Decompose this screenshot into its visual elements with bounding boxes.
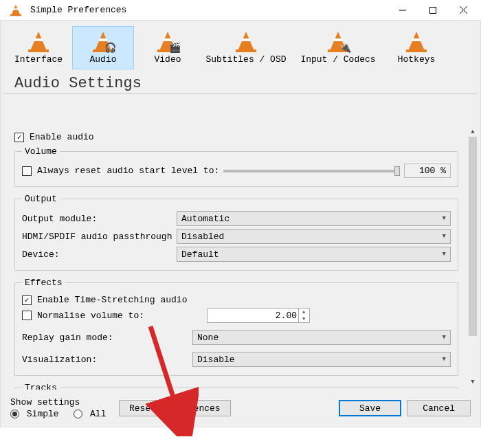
output-module-select[interactable]: Automatic ▼ — [177, 211, 451, 226]
scroll-down-icon[interactable]: ▼ — [468, 377, 478, 387]
volume-legend: Volume — [22, 146, 60, 157]
category-hotkeys[interactable]: Hotkeys — [385, 26, 447, 69]
show-settings-group: Show settings Simple All — [10, 397, 113, 419]
clapper-icon: 🎬 — [169, 42, 181, 54]
spinner-up-icon[interactable]: ▲ — [298, 309, 309, 315]
cancel-button[interactable]: Cancel — [407, 400, 471, 416]
passthrough-select[interactable]: Disabled ▼ — [177, 229, 451, 244]
normalise-value-spinner[interactable]: 2.00 ▲▼ — [207, 308, 310, 323]
category-label: Subtitles / OSD — [203, 54, 289, 65]
normalise-label: Normalise volume to: — [37, 311, 186, 321]
category-interface[interactable]: Interface — [8, 26, 69, 69]
passthrough-value: Disabled — [181, 232, 224, 242]
settings-scroll-area: ✓ Enable audio Volume Always reset audio… — [3, 124, 467, 390]
start-volume-percent: 100 % — [404, 164, 451, 178]
category-label: Audio — [74, 54, 132, 65]
category-label: Hotkeys — [388, 54, 445, 65]
visualization-label: Visualization: — [22, 355, 192, 365]
reset-volume-checkbox[interactable] — [22, 166, 32, 176]
show-settings-label: Show settings — [10, 397, 113, 407]
effects-legend: Effects — [22, 278, 65, 288]
minimize-button[interactable] — [388, 1, 418, 20]
normalise-value: 2.00 — [276, 311, 297, 321]
device-value: Default — [181, 249, 219, 260]
tracks-legend: Tracks — [22, 383, 60, 390]
vertical-scrollbar[interactable]: ▲ ▼ — [468, 127, 478, 387]
window-title: Simple Preferences — [30, 5, 388, 15]
replay-gain-label: Replay gain mode: — [22, 333, 192, 343]
effects-group: Effects ✓ Enable Time-Stretching audio N… — [14, 278, 458, 376]
show-settings-simple-radio[interactable] — [10, 410, 19, 418]
category-label: Video — [139, 54, 197, 65]
reset-preferences-label: Reset Preferences — [129, 403, 221, 414]
tracks-group: Tracks Preferred audio language: — [14, 383, 458, 390]
replay-gain-select[interactable]: None ▼ — [192, 330, 451, 345]
scroll-up-icon[interactable]: ▲ — [468, 127, 478, 137]
show-settings-all-radio[interactable] — [74, 410, 82, 418]
category-label: Interface — [10, 54, 67, 65]
cancel-label: Cancel — [423, 403, 455, 414]
reset-volume-label: Always reset audio start level to: — [37, 166, 219, 176]
timestretch-checkbox[interactable]: ✓ — [22, 295, 32, 305]
enable-audio-checkbox[interactable]: ✓ — [14, 133, 24, 142]
chevron-down-icon: ▼ — [443, 356, 446, 363]
output-module-label: Output module: — [22, 214, 177, 224]
category-audio[interactable]: 🎧 Audio — [72, 26, 134, 69]
maximize-button[interactable] — [418, 1, 448, 20]
headphones-icon: 🎧 — [104, 42, 116, 54]
save-label: Save — [359, 403, 381, 414]
enable-audio-label: Enable audio — [30, 132, 94, 142]
chevron-down-icon: ▼ — [443, 215, 446, 222]
replay-gain-value: None — [197, 333, 219, 343]
normalise-checkbox[interactable] — [22, 311, 32, 320]
svg-rect-1 — [430, 7, 436, 13]
footer: Show settings Simple All Reset Preferenc… — [3, 392, 478, 424]
show-settings-all-label: All — [90, 409, 106, 419]
page-title: Audio Settings — [3, 69, 478, 94]
output-group: Output Output module: Automatic ▼ HDMI/S… — [14, 194, 458, 271]
device-select[interactable]: Default ▼ — [177, 247, 451, 262]
visualization-value: Disable — [197, 355, 235, 365]
scrollbar-thumb[interactable] — [469, 137, 477, 336]
visualization-select[interactable]: Disable ▼ — [192, 352, 451, 367]
timestretch-label: Enable Time-Stretching audio — [37, 295, 187, 305]
category-label: Input / Codecs — [295, 54, 381, 65]
chevron-down-icon: ▼ — [443, 233, 446, 240]
chevron-down-icon: ▼ — [443, 251, 446, 258]
save-button[interactable]: Save — [339, 400, 401, 416]
show-settings-simple-label: Simple — [27, 409, 59, 419]
titlebar: Simple Preferences — [0, 0, 481, 21]
volume-group: Volume Always reset audio start level to… — [14, 146, 458, 187]
chevron-down-icon: ▼ — [443, 334, 446, 341]
spinner-down-icon[interactable]: ▼ — [298, 315, 309, 322]
plug-icon: 🔌 — [339, 42, 351, 54]
slider-thumb[interactable] — [394, 166, 400, 176]
category-video[interactable]: 🎬 Video — [137, 26, 199, 69]
reset-preferences-button[interactable]: Reset Preferences — [119, 400, 231, 416]
output-legend: Output — [22, 194, 60, 204]
window-controls — [388, 1, 478, 20]
start-volume-slider[interactable] — [223, 170, 400, 172]
category-input-codecs[interactable]: 🔌 Input / Codecs — [293, 26, 383, 69]
output-module-value: Automatic — [181, 214, 230, 224]
device-label: Device: — [22, 249, 177, 260]
close-button[interactable] — [448, 1, 478, 20]
category-bar: Interface 🎧 Audio 🎬 Video Subtitles / OS… — [1, 21, 480, 69]
category-subtitles[interactable]: Subtitles / OSD — [201, 26, 291, 69]
app-icon — [5, 0, 26, 21]
passthrough-label: HDMI/SPDIF audio passthrough — [22, 232, 177, 242]
